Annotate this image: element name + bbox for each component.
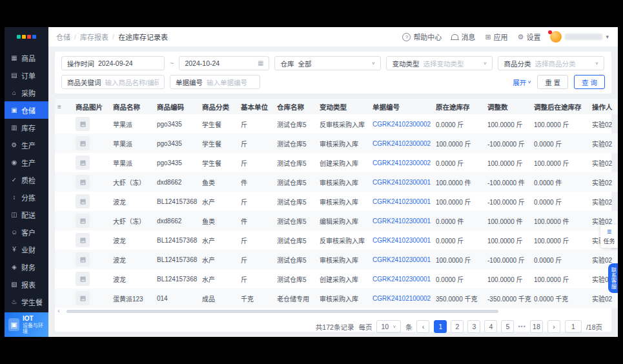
category-placeholder: 选择商品分类 xyxy=(535,59,591,68)
sidebar-item-storage[interactable]: ▣仓储 xyxy=(5,101,48,119)
cell-product-name: 苹果派 xyxy=(110,134,154,153)
keyword-input[interactable]: 商品关键词 输入商品名称/编码 xyxy=(61,75,165,89)
expand-filters-link[interactable]: 展开 ∨ xyxy=(513,77,531,87)
table-row[interactable]: 苹果派pgo3435学生餐斤测试仓库5反审核采购入库CGRK2410230000… xyxy=(55,114,618,134)
scrollbar-thumb[interactable] xyxy=(66,310,498,313)
iot-panel[interactable]: ▣ IOT 设备与环境 xyxy=(5,312,48,337)
cell-warehouse: 测试仓库5 xyxy=(274,269,317,288)
reset-button[interactable]: 重 置 xyxy=(537,75,568,89)
iot-subtitle: 设备与环境 xyxy=(23,323,45,334)
sidebar-item-sorting[interactable]: ↕分拣 xyxy=(5,188,48,206)
chevron-down-icon: ∨ xyxy=(595,61,599,65)
cell-change-type: 创建采购入库 xyxy=(317,153,370,172)
page-number-button[interactable]: 2 xyxy=(451,320,464,333)
page-number-button[interactable]: 18 xyxy=(530,320,543,333)
sidebar-item-purchase[interactable]: ⌂采购 xyxy=(5,84,48,101)
table-row[interactable]: 苹果派pgo3435学生餐斤测试仓库5审核采购入库CGRK24102300002… xyxy=(55,134,618,153)
messages-button[interactable]: 消息 xyxy=(451,32,475,42)
sidebar-item-product[interactable]: ▦商品 xyxy=(5,49,48,66)
date-to-input[interactable]: 2024-10-24 ▦ xyxy=(179,56,269,70)
settings-button[interactable]: ⚙ 设置 xyxy=(518,32,541,42)
sidebar-item-report[interactable]: ▧报表 xyxy=(5,276,48,293)
table-row[interactable]: 蛋黄派123014成品千克老仓储专用审核采购入库CGRK241021000023… xyxy=(55,288,618,308)
prev-page-button[interactable]: ‹ xyxy=(416,320,429,333)
doc-number-link[interactable]: CGRK24102300001 xyxy=(373,256,431,263)
task-floating-button[interactable]: ≡ 任务 xyxy=(600,225,618,248)
doc-number-link[interactable]: CGRK24102300002 xyxy=(373,121,431,128)
apps-button[interactable]: ⊞ 应用 xyxy=(485,32,507,42)
sidebar-item-production-2[interactable]: ◉生产 xyxy=(5,154,48,171)
table-row[interactable]: 波龙BL124157368水产斤测试仓库5创建采购入库CGRK241023000… xyxy=(55,269,618,288)
cell-product-name: 苹果派 xyxy=(110,114,154,134)
cell-operator: 实验02 xyxy=(589,172,618,192)
column-settings-icon[interactable]: ≡ xyxy=(57,103,61,110)
grid-icon: ▦ xyxy=(10,54,18,61)
doc-number-label: 单据编号 xyxy=(176,77,203,87)
page-size-select[interactable]: 10 ∨ xyxy=(376,320,401,333)
column-header: 变动类型 xyxy=(317,99,370,114)
sidebar-item-production-1[interactable]: ⚙生产 xyxy=(5,136,48,154)
delivery-truck-icon: ◫ xyxy=(10,211,18,218)
sidebar-item-customer[interactable]: ☺客户 xyxy=(5,223,48,241)
page-number-button[interactable]: 4 xyxy=(484,320,497,333)
change-type-select[interactable]: 变动类型 选择变动类型 ∨ xyxy=(386,56,493,70)
main-area: 仓储 / 库存报表 / 在途库存记录表 ? 帮助中心 消息 ⊞ 应用 xyxy=(48,27,618,337)
sidebar: ▦商品▤订单⌂采购▣仓储▥库存⚙生产◉生产✓质检↕分拣◫配送☺客户¥业财◈财务▧… xyxy=(5,27,48,337)
doc-number-link[interactable]: CGRK24102100002 xyxy=(373,295,431,302)
scroll-left-arrow[interactable]: ‹ xyxy=(56,308,61,314)
cell-unit: 斤 xyxy=(238,114,274,134)
doc-number-link[interactable]: CGRK24102300001 xyxy=(373,237,431,244)
help-center-button[interactable]: ? 帮助中心 xyxy=(402,32,442,42)
breadcrumb-item-storage[interactable]: 仓储 xyxy=(56,32,70,42)
product-image-placeholder xyxy=(76,156,90,170)
page-number-button[interactable]: 3 xyxy=(467,320,480,333)
sidebar-item-student-meal[interactable]: ♨学生餐 xyxy=(5,293,48,310)
product-image-placeholder xyxy=(76,214,90,228)
page-number-button[interactable]: 1 xyxy=(434,320,447,333)
sidebar-item-finance[interactable]: ◈财务 xyxy=(5,258,48,276)
doc-number-link[interactable]: CGRK24102300001 xyxy=(373,198,431,205)
doc-number-link[interactable]: CGRK24102300001 xyxy=(373,179,431,186)
page-jump-input[interactable]: 1 xyxy=(565,320,582,333)
page-number-button[interactable]: 5 xyxy=(501,320,514,333)
table-row[interactable]: 波龙BL124157368水产斤测试仓库5反审核采购入库CGRK24102300… xyxy=(55,230,618,250)
doc-number-link[interactable]: CGRK24102300002 xyxy=(373,159,431,167)
doc-number-input[interactable]: 单据编号 输入单据编号 xyxy=(170,75,260,89)
cell-warehouse: 测试仓库5 xyxy=(274,192,317,211)
date-from-input[interactable]: 操作时间 2024-09-24 xyxy=(61,56,165,70)
table-row[interactable]: 苹果派pgo3435学生餐斤测试仓库5创建采购入库CGRK24102300002… xyxy=(55,153,618,172)
cell-product-code: BL124157368 xyxy=(154,192,199,211)
cell-change-type: 审核采购入库 xyxy=(317,288,370,308)
product-image-placeholder xyxy=(76,117,90,131)
table-row[interactable]: 波龙BL124157368水产斤测试仓库5审核采购入库CGRK241023000… xyxy=(55,192,618,211)
cell-adjust-qty: -100.0000 斤 xyxy=(485,250,531,269)
cell-unit: 千克 xyxy=(238,288,274,308)
sidebar-item-order[interactable]: ▤订单 xyxy=(5,66,48,84)
user-menu[interactable]: ▾ xyxy=(550,31,609,43)
brand-logo[interactable] xyxy=(5,27,48,46)
table-row[interactable]: 大虾（冻）dxd8662鱼类件测试仓库5审核采购入库CGRK2410230000… xyxy=(55,172,618,192)
warehouse-select[interactable]: 仓库 全部 ∨ xyxy=(274,56,381,70)
horizontal-scrollbar[interactable]: ‹ xyxy=(55,308,611,314)
cell-unit: 件 xyxy=(238,172,274,192)
filter-row-1: 操作时间 2024-09-24 ~ 2024-10-24 ▦ 仓库 全部 ∨ 变 xyxy=(61,56,605,70)
doc-number-link[interactable]: CGRK24102300001 xyxy=(373,276,431,283)
sidebar-item-business-finance[interactable]: ¥业财 xyxy=(5,241,48,258)
cell-before-qty: 0.0000 斤 xyxy=(433,153,485,172)
column-header: 商品图片 xyxy=(73,99,110,114)
table-row[interactable]: 波龙BL124157368水产斤测试仓库5审核采购入库CGRK241023000… xyxy=(55,250,618,269)
sidebar-item-delivery[interactable]: ◫配送 xyxy=(5,206,48,223)
cell-after-qty: 100.0000 斤 xyxy=(531,153,589,172)
inventory-icon: ▥ xyxy=(10,124,18,131)
breadcrumb-item-inventory-report[interactable]: 库存报表 xyxy=(80,32,108,42)
customer-service-tab[interactable]: 联系客服 xyxy=(608,263,618,293)
table-row[interactable]: 大虾（冻）dxd8662鱼类件测试仓库5编辑采购入库CGRK2410230000… xyxy=(55,211,618,230)
column-header: 商品分类 xyxy=(199,99,238,114)
sidebar-item-quality[interactable]: ✓质检 xyxy=(5,171,48,188)
doc-number-link[interactable]: CGRK24102300001 xyxy=(373,217,431,225)
doc-number-link[interactable]: CGRK24102300002 xyxy=(373,140,431,147)
search-button[interactable]: 查 询 xyxy=(574,75,605,89)
next-page-button[interactable]: › xyxy=(547,320,560,333)
sidebar-item-inventory[interactable]: ▥库存 xyxy=(5,119,48,136)
category-select[interactable]: 商品分类 选择商品分类 ∨ xyxy=(498,56,604,70)
